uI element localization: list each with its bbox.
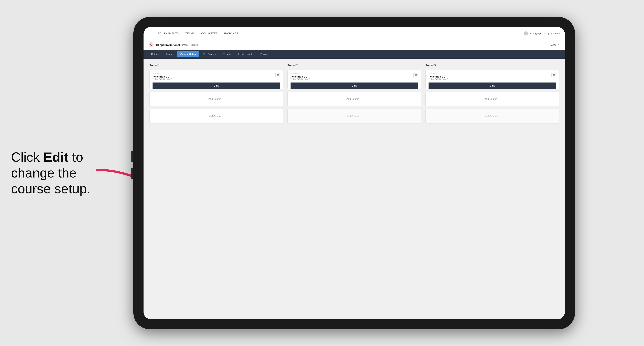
tablet-device: TOURNAMENTS TEAMS COMMITTEE RANKINGS bla… <box>134 17 575 329</box>
course-card-r2-c1: (Course A) Peachtree GC Yellow (M) (6629… <box>288 70 421 89</box>
add-plus-icon: + <box>498 97 500 101</box>
course-card-r1-c1: (Course A) Peachtree GC Yellow (M) (6629… <box>150 70 283 89</box>
edit-course-button[interactable]: Edit <box>428 82 556 89</box>
round-column-2: Round 2 (Course A) Peachtree GC Yellow (… <box>288 64 421 124</box>
course-info: (Course A) Peachtree GC Yellow (M) (6629… <box>428 73 448 80</box>
course-name: Peachtree GC <box>428 75 448 78</box>
card-actions: 🗑 <box>414 73 418 77</box>
sign-out-link[interactable]: Sign out <box>551 32 560 35</box>
course-info: (Course A) Peachtree GC Yellow (M) (6629… <box>290 73 310 80</box>
instruction-bold: Edit <box>44 150 68 165</box>
course-details: Yellow (M) (6629 yds) <box>152 78 172 80</box>
add-plus-icon: + <box>498 115 500 118</box>
delete-course-button[interactable]: 🗑 <box>276 73 280 77</box>
add-course-card-r1-2[interactable]: Add Course + <box>150 109 283 124</box>
tab-tee-groups[interactable]: Tee Groups <box>200 51 219 57</box>
course-details: Yellow (M) (6629 yds) <box>428 78 448 80</box>
delete-course-button[interactable]: 🗑 <box>414 73 418 77</box>
tab-teams[interactable]: Teams <box>163 51 176 57</box>
nav-teams[interactable]: TEAMS <box>185 32 195 35</box>
add-course-label: Add Course + <box>208 115 224 118</box>
round-title-2: Round 2 <box>288 64 421 67</box>
course-name: Peachtree GC <box>290 75 310 78</box>
card-actions: 🗑 <box>276 73 280 77</box>
course-card-header: (Course A) Peachtree GC Yellow (M) (6629… <box>428 73 556 80</box>
tablet-power-btn <box>131 168 134 178</box>
separator: | <box>548 32 549 35</box>
tablet-volume-btn <box>131 151 134 162</box>
main-content: Round 1 (Course A) Peachtree GC Yellow (… <box>144 59 565 319</box>
add-course-label: Add Course + <box>346 97 362 101</box>
hosting-badge: Hosting <box>191 44 198 46</box>
add-course-card-r2-1[interactable]: Add Course + <box>288 92 421 106</box>
cancel-button[interactable]: Cancel ✕ <box>550 43 560 46</box>
sub-header-left: C Clippd Invitational (Men) Hosting <box>149 42 198 47</box>
add-course-label: Add Course + <box>484 115 500 118</box>
tab-leaderboards[interactable]: Leaderboards <box>235 51 256 57</box>
tab-details[interactable]: Details <box>148 51 162 57</box>
user-email: blair@clippd.io <box>530 32 546 35</box>
tab-results[interactable]: Results <box>220 51 234 57</box>
course-card-r3-c1: (Course A) Peachtree GC Yellow (M) (6629… <box>426 70 559 89</box>
round-title-1: Round 1 <box>150 64 283 67</box>
delete-course-button[interactable]: 🗑 <box>552 73 556 77</box>
add-course-label: Add Course + <box>346 115 362 118</box>
round-column-3: Round 3 (Course A) Peachtree GC Yellow (… <box>426 64 559 124</box>
gender-label: (Men) <box>182 43 188 46</box>
add-plus-icon: + <box>360 97 362 101</box>
add-course-label: Add Course + <box>484 97 500 101</box>
course-card-header: (Course A) Peachtree GC Yellow (M) (6629… <box>290 73 418 80</box>
nav-tournaments[interactable]: TOURNAMENTS <box>158 32 179 35</box>
round-title-3: Round 3 <box>426 64 559 67</box>
course-card-header: (Course A) Peachtree GC Yellow (M) (6629… <box>152 73 280 80</box>
add-plus-icon: + <box>222 115 224 118</box>
add-plus-icon: + <box>222 97 224 101</box>
edit-course-button[interactable]: Edit <box>152 82 280 89</box>
tabs-bar: DetailsTeamsCourse SetupTee GroupsResult… <box>144 50 565 59</box>
tournament-name: Clippd Invitational <box>156 43 180 46</box>
nav-committee[interactable]: COMMITTEE <box>201 32 218 35</box>
tablet-screen: TOURNAMENTS TEAMS COMMITTEE RANKINGS bla… <box>144 27 565 319</box>
sub-header: C Clippd Invitational (Men) Hosting Canc… <box>144 40 565 50</box>
add-course-card-r2-2: Add Course + <box>288 109 421 124</box>
user-avatar <box>524 31 528 35</box>
tab-printables[interactable]: Printables <box>257 51 274 57</box>
edit-course-button[interactable]: Edit <box>290 82 418 89</box>
nav-rankings[interactable]: RANKINGS <box>224 32 238 35</box>
nav-right: blair@clippd.io | Sign out <box>524 31 560 35</box>
add-course-label: Add Course + <box>208 97 224 101</box>
instruction-text: Click Edit to change the course setup. <box>11 149 118 197</box>
course-label: (Course A) <box>428 73 448 75</box>
add-course-card-r3-2: Add Course + <box>426 109 559 124</box>
round-column-1: Round 1 (Course A) Peachtree GC Yellow (… <box>150 64 283 124</box>
add-course-card-r3-1[interactable]: Add Course + <box>426 92 559 106</box>
nav-links: TOURNAMENTS TEAMS COMMITTEE RANKINGS <box>158 32 238 35</box>
add-course-card-r1-1[interactable]: Add Course + <box>150 92 283 106</box>
tab-course-setup[interactable]: Course Setup <box>177 51 199 57</box>
clippd-logo: C <box>149 42 154 47</box>
course-label: (Course A) <box>290 73 310 75</box>
rounds-container: Round 1 (Course A) Peachtree GC Yellow (… <box>150 64 559 124</box>
add-plus-icon: + <box>360 115 362 118</box>
card-actions: 🗑 <box>552 73 556 77</box>
nav-left: TOURNAMENTS TEAMS COMMITTEE RANKINGS <box>149 32 238 35</box>
top-nav: TOURNAMENTS TEAMS COMMITTEE RANKINGS bla… <box>144 27 565 40</box>
course-details: Yellow (M) (6629 yds) <box>290 78 310 80</box>
course-info: (Course A) Peachtree GC Yellow (M) (6629… <box>152 73 172 80</box>
instruction-before: Click <box>11 150 44 165</box>
course-name: Peachtree GC <box>152 75 172 78</box>
course-label: (Course A) <box>152 73 172 75</box>
